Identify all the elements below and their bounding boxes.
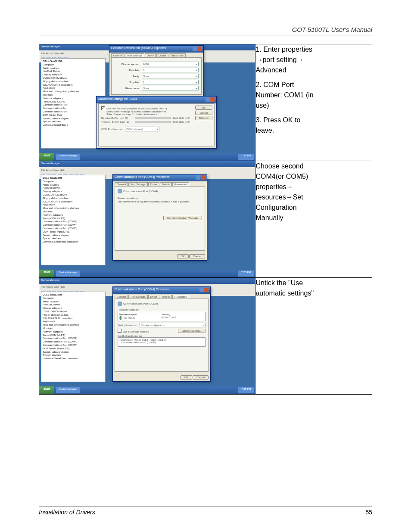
close-icon[interactable] [210,97,215,102]
steps-table: Device Manager File Action View Help DEL… [39,44,372,395]
auto-settings-checkbox[interactable] [118,329,121,333]
tab-port-settings[interactable]: Port Settings [128,182,147,186]
hint-text: Select higher settings for faster perfor… [106,113,190,115]
dialog-title: Communications Port (COM4) Properties [113,287,210,294]
footer-section: Installation of Drivers [39,509,95,516]
change-setting-button[interactable]: Change Setting... [178,329,206,333]
tab-resources[interactable]: Resources [169,53,186,57]
stopbits-dropdown[interactable]: 1 [142,80,199,84]
instruction-text: 1. Enter properties [255,44,372,55]
taskbar: startDevice Manager7:25 PM [39,270,255,277]
tab-driver[interactable]: Driver [148,295,159,299]
fifo-label: Use FIFO buffers (requires 16550 compati… [106,107,167,110]
instruction-text: properties→ [255,182,372,192]
tab-port-settings[interactable]: Port Settings [128,295,147,299]
device-tree[interactable]: DELL-5ba325D6 ComputerAudio devicesNet D… [41,175,106,265]
port-icon [118,189,122,193]
tab-resources[interactable]: Resources [172,295,189,299]
flow-label: Flow control: [114,87,140,90]
ok-button[interactable]: OK [181,375,192,380]
taskbar-app[interactable]: Device Manager [56,154,80,160]
bps-dropdown[interactable]: 9600 [142,62,199,66]
defaults-button[interactable]: Defaults [195,116,212,120]
close-icon[interactable] [204,288,209,292]
tab-general[interactable]: General [111,53,125,57]
start-button[interactable]: start [39,386,54,394]
devmgr-menubar: File Action View Help [39,167,255,173]
properties-dialog-3: Communications Port (COM4) Properties Ge… [112,286,211,382]
dialog-title: Communications Port (COM1) Properties [109,46,203,53]
close-icon[interactable] [197,47,202,51]
instruction-text: resources→Set [255,192,372,202]
ok-button[interactable]: OK [195,106,212,110]
screenshot-1: Device Manager File Action View Help DEL… [39,44,255,161]
taskbar: startDevice Manager7:25 PM [39,386,255,394]
devmgr-titlebar: Device Manager [39,161,255,167]
dialog-tabs: General Port Settings Driver Details Res… [113,181,207,186]
page-number: 55 [365,509,372,516]
instruction-text: automatic settings" [255,288,372,299]
tab-general[interactable]: General [115,295,128,299]
system-tray[interactable]: 7:25 PM [238,154,254,160]
instruction-text: COM4(or COM5) [255,171,372,182]
parity-dropdown[interactable]: None [142,74,199,78]
set-config-manually-button[interactable]: Set Configuration Manually [163,216,202,220]
instruction-text: Untick the "Use [255,278,372,288]
cancel-button[interactable]: Cancel [195,111,212,115]
databits-dropdown[interactable]: 8 [142,68,199,72]
col-resource-type: Resource type [119,313,162,316]
tab-details[interactable]: Details [160,295,172,299]
start-button[interactable]: start [39,153,54,161]
section-label: Resource settings: [118,308,206,311]
instruction-3: Untick the "Use automatic settings" [255,278,372,395]
tab-details[interactable]: Details [156,53,168,57]
system-tray[interactable]: 7:25 PM [238,271,254,277]
auto-settings-label: Use automatic settings [123,330,149,333]
tab-driver[interactable]: Driver [148,182,159,186]
taskbar: startDevice Manager7:25 PM [39,153,255,161]
properties-dialog-2: Communications Port (COM4) Properties Ge… [112,174,207,261]
resource-bullet [119,316,122,320]
databits-label: Data bits: [114,69,140,72]
instruction-text: Advanced [255,65,372,75]
instruction-text: 3. Press OK to [255,115,372,125]
flow-dropdown[interactable]: None [142,86,199,90]
devmgr-titlebar: Device Manager [39,278,255,284]
properties-dialog-1: Communications Port (COM1) Properties Ge… [109,45,204,97]
screenshot-3: Device Manager File Action View Help DEL… [39,278,255,395]
help-icon[interactable] [196,175,200,180]
instruction-text: use) [255,100,372,111]
fifo-checkbox[interactable] [101,106,105,110]
help-icon[interactable] [193,47,197,51]
close-icon[interactable] [201,175,205,180]
start-button[interactable]: start [39,270,54,277]
taskbar-app[interactable]: Device Manager [56,271,80,277]
tab-details[interactable]: Details [160,182,172,186]
cancel-button[interactable]: Cancel [189,254,205,258]
tab-resources[interactable]: Resources [172,182,189,186]
dialog-tabs: General Port Settings Driver Details Res… [109,53,203,57]
conflict-text: Communications Port (COM4) [121,341,204,344]
parity-label: Parity: [114,75,140,78]
comport-dropdown[interactable]: COM1 (in use) [125,127,159,131]
ok-button[interactable]: OK [177,254,189,258]
based-on-dropdown[interactable]: Current configuration [140,323,206,327]
instruction-2: Choose second COM4(or COM5) properties→ … [255,161,372,278]
taskbar-app[interactable]: Device Manager [56,387,80,393]
system-tray[interactable]: 7:25 PM [238,387,254,393]
tab-port-settings[interactable]: Port Settings [125,53,144,57]
help-icon[interactable] [206,97,210,102]
cancel-button[interactable]: Cancel [193,375,209,380]
tx-high: High (16) [173,121,184,123]
tab-driver[interactable]: Driver [145,53,156,57]
instruction-text: Manually [255,213,372,223]
help-icon[interactable] [199,288,204,292]
advanced-settings-dialog: Advanced Settings for COM1 OK Cancel Def… [96,96,217,149]
screenshot-2: Device Manager File Action View Help DEL… [39,161,255,278]
instruction-text: Configuration [255,202,372,213]
tab-general[interactable]: General [115,182,128,186]
section-label: Resource settings: [118,197,202,199]
device-tree[interactable]: DELL-5ba325D6 ComputerAudio devicesNet D… [41,292,106,382]
note-text: This device isn't using any resources be… [118,200,202,203]
bps-label: Bits per second: [114,63,140,65]
